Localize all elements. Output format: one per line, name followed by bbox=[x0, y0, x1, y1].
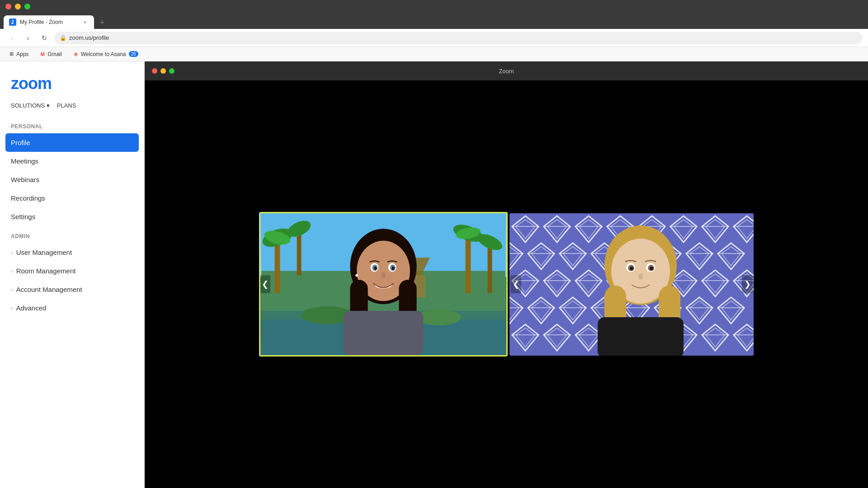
gmail-icon: M bbox=[39, 51, 46, 57]
svg-point-25 bbox=[392, 267, 395, 270]
window-maximize-button[interactable] bbox=[24, 4, 30, 9]
settings-label: Settings bbox=[11, 213, 35, 221]
svg-point-44 bbox=[650, 267, 653, 270]
plans-nav[interactable]: PLANS bbox=[57, 102, 76, 109]
zoom-window-buttons bbox=[152, 68, 175, 74]
personal-section-label: PERSONAL bbox=[0, 116, 144, 133]
browser-chrome: Z My Profile - Zoom × + ‹ › ↻ 🔒 zoom.us/… bbox=[0, 0, 868, 61]
solutions-nav[interactable]: SOLUTIONS ▾ bbox=[11, 102, 50, 109]
bookmark-gmail-label: Gmail bbox=[47, 51, 61, 57]
tab-title: My Profile - Zoom bbox=[20, 19, 78, 25]
forward-button[interactable]: › bbox=[22, 32, 34, 44]
asana-icon: ◉ bbox=[73, 51, 79, 57]
address-text: zoom.us/profile bbox=[69, 34, 109, 41]
browser-titlebar bbox=[0, 0, 868, 13]
svg-rect-4 bbox=[275, 240, 280, 293]
advanced-label: Advanced bbox=[16, 304, 47, 312]
video1-nav-left[interactable]: ❮ bbox=[259, 275, 270, 293]
diamond-scene-svg bbox=[509, 213, 754, 356]
user-mgmt-chevron: › bbox=[11, 250, 13, 255]
bookmark-apps[interactable]: ⊞ Apps bbox=[5, 50, 31, 58]
zoom-logo: zoom bbox=[11, 74, 133, 93]
zoom-titlebar: Zoom bbox=[145, 61, 868, 80]
profile-label: Profile bbox=[11, 139, 30, 146]
zoom-minimize-button[interactable] bbox=[160, 68, 166, 74]
back-button[interactable]: ‹ bbox=[5, 32, 18, 44]
svg-rect-7 bbox=[297, 231, 302, 275]
browser-tabs-bar: Z My Profile - Zoom × + bbox=[0, 13, 868, 29]
zoom-app-window: Zoom bbox=[145, 61, 868, 488]
person1-background bbox=[260, 213, 506, 355]
svg-point-26 bbox=[381, 272, 386, 279]
active-tab[interactable]: Z My Profile - Zoom × bbox=[4, 15, 94, 29]
person2-background: ❮ ❯ bbox=[509, 213, 754, 356]
sidebar-item-recordings[interactable]: Recordings bbox=[0, 189, 144, 207]
admin-section-label: ADMIN bbox=[0, 226, 144, 243]
window-close-button[interactable] bbox=[5, 4, 11, 9]
bookmark-asana[interactable]: ◉ Welcome to Asana 26 bbox=[70, 50, 141, 58]
bookmark-gmail[interactable]: M Gmail bbox=[37, 50, 64, 58]
advanced-chevron: › bbox=[11, 305, 13, 311]
video-panels-container: ❮ bbox=[163, 198, 850, 370]
address-bar[interactable]: 🔒 zoom.us/profile bbox=[54, 32, 863, 44]
account-management-label: Account Management bbox=[16, 286, 82, 293]
refresh-button[interactable]: ↻ bbox=[38, 32, 51, 44]
svg-point-45 bbox=[638, 273, 643, 280]
zoom-close-button[interactable] bbox=[152, 68, 157, 74]
svg-rect-9 bbox=[466, 235, 471, 293]
zoom-window-title: Zoom bbox=[499, 68, 514, 75]
bookmark-asana-label: Welcome to Asana bbox=[81, 51, 126, 57]
bookmarks-bar: ⊞ Apps M Gmail ◉ Welcome to Asana 26 bbox=[0, 47, 868, 61]
account-mgmt-chevron: › bbox=[11, 287, 13, 292]
svg-point-24 bbox=[374, 267, 377, 270]
left-arrow-icon: ❮ bbox=[262, 279, 269, 289]
room-management-label: Room Management bbox=[16, 267, 76, 275]
svg-rect-12 bbox=[488, 244, 492, 293]
main-content-area: zoom SOLUTIONS ▾ PLANS PERSONAL Profile … bbox=[0, 61, 868, 488]
right-arrow2-icon: ❯ bbox=[744, 279, 751, 289]
video-panel-person2: ❮ ❯ bbox=[509, 213, 754, 356]
zoom-video-content: ❮ bbox=[145, 80, 868, 488]
video2-nav-right[interactable]: ❯ bbox=[742, 275, 753, 293]
sidebar-item-meetings[interactable]: Meetings bbox=[0, 152, 144, 170]
meetings-label: Meetings bbox=[11, 157, 38, 165]
svg-point-43 bbox=[630, 267, 633, 270]
website-sidebar: zoom SOLUTIONS ▾ PLANS PERSONAL Profile … bbox=[0, 61, 145, 488]
sidebar-item-account-management[interactable]: › Account Management bbox=[0, 280, 144, 299]
video2-nav-left[interactable]: ❮ bbox=[510, 275, 521, 293]
browser-navbar: ‹ › ↻ 🔒 zoom.us/profile bbox=[0, 29, 868, 47]
video-panel-person1: ❮ bbox=[259, 212, 508, 357]
logo-area: zoom bbox=[0, 61, 144, 102]
zoom-maximize-button[interactable] bbox=[169, 68, 175, 74]
window-minimize-button[interactable] bbox=[15, 4, 21, 9]
sidebar-item-room-management[interactable]: › Room Management bbox=[0, 262, 144, 280]
sidebar-item-profile[interactable]: Profile bbox=[5, 133, 139, 152]
tropical-scene-svg bbox=[260, 213, 506, 355]
svg-rect-46 bbox=[598, 317, 684, 356]
webinars-label: Webinars bbox=[11, 176, 39, 183]
website-top-nav: SOLUTIONS ▾ PLANS bbox=[0, 102, 144, 116]
sidebar-item-webinars[interactable]: Webinars bbox=[0, 170, 144, 189]
svg-point-27 bbox=[355, 274, 358, 277]
room-mgmt-chevron: › bbox=[11, 268, 13, 274]
svg-rect-30 bbox=[344, 311, 424, 355]
apps-icon: ⊞ bbox=[8, 51, 14, 57]
lock-icon: 🔒 bbox=[60, 35, 66, 41]
tab-favicon: Z bbox=[9, 19, 16, 26]
asana-badge: 26 bbox=[129, 51, 138, 57]
sidebar-item-advanced[interactable]: › Advanced bbox=[0, 299, 144, 317]
bookmark-apps-label: Apps bbox=[16, 51, 28, 57]
new-tab-button[interactable]: + bbox=[96, 16, 108, 29]
left-arrow2-icon: ❮ bbox=[513, 279, 519, 289]
user-management-label: User Management bbox=[16, 249, 72, 256]
recordings-label: Recordings bbox=[11, 194, 45, 202]
sidebar-item-user-management[interactable]: › User Management bbox=[0, 243, 144, 262]
sidebar-item-settings[interactable]: Settings bbox=[0, 207, 144, 226]
tab-close-button[interactable]: × bbox=[81, 19, 89, 26]
